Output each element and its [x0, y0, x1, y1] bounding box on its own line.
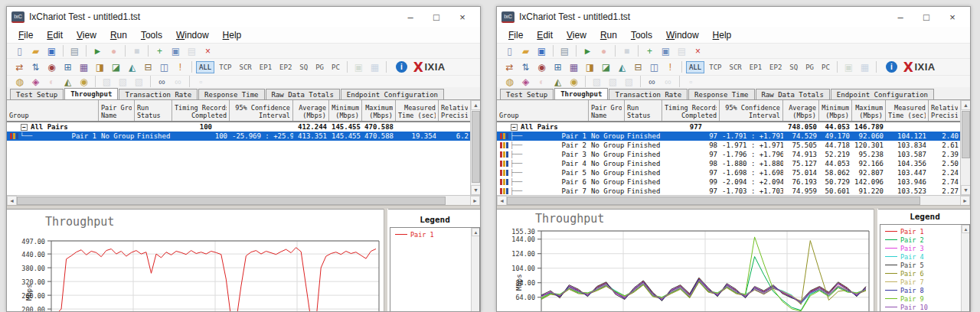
- scroll-up-arrow[interactable]: ▲: [962, 225, 970, 233]
- scroll-up-arrow[interactable]: ▲: [472, 228, 480, 236]
- scroll-down-arrow[interactable]: ▼: [471, 185, 481, 195]
- scrollbar-thumb[interactable]: [962, 111, 970, 158]
- save-icon[interactable]: ▣: [534, 44, 549, 57]
- filter-tcp-button[interactable]: TCP: [216, 61, 234, 73]
- print-icon[interactable]: ▤: [67, 44, 82, 57]
- column-header[interactable]: MeasuredTime (sec): [886, 100, 929, 121]
- column-header[interactable]: MeasuredTime (sec): [396, 100, 439, 121]
- replicate-pair-icon[interactable]: ◫: [647, 60, 662, 73]
- wizard-icon[interactable]: ◭: [125, 60, 139, 73]
- chart-legend-splitter[interactable]: [874, 209, 878, 312]
- print-icon[interactable]: ▤: [557, 44, 572, 57]
- group-wizard-icon[interactable]: ◭: [550, 75, 565, 88]
- all-pairs-summary-row[interactable]: −All Pairs100412.244145.455470.588: [7, 122, 480, 132]
- table-horizontal-scrollbar[interactable]: ◄►: [497, 195, 970, 205]
- new-pair-icon[interactable]: ⇄: [12, 60, 27, 73]
- pair-row[interactable]: └──Pair 1No GroupFinished100-25.969 : +2…: [7, 132, 480, 141]
- column-header[interactable]: RelativePrecision: [439, 100, 471, 121]
- legend-scrollbar[interactable]: ▲: [471, 228, 479, 312]
- paste-group-icon[interactable]: ◍: [502, 75, 517, 88]
- legend-entry[interactable]: Pair 8: [882, 286, 959, 294]
- tab-raw-data-totals[interactable]: Raw Data Totals: [266, 89, 340, 99]
- legend-entry[interactable]: Pair 2: [882, 236, 959, 244]
- legend-entry[interactable]: Pair 7: [882, 278, 959, 286]
- menu-help[interactable]: Help: [216, 28, 249, 42]
- new-vpn-pair-icon[interactable]: ⇅: [518, 60, 533, 73]
- column-header[interactable]: 95% ConfidenceInterval: [720, 100, 783, 121]
- info-icon[interactable]: i: [396, 61, 407, 73]
- menu-tools[interactable]: Tools: [624, 28, 659, 42]
- filter-pc-button[interactable]: PC: [818, 61, 833, 73]
- tab-endpoint-configuration[interactable]: Endpoint Configuration: [831, 89, 934, 99]
- copy-icon[interactable]: ▣: [168, 44, 183, 57]
- table-horizontal-scrollbar[interactable]: ◄►: [7, 195, 480, 205]
- column-header[interactable]: RunStatus: [135, 100, 172, 121]
- table-vertical-scrollbar[interactable]: ▲▼: [960, 100, 970, 195]
- priority-icon[interactable]: !: [663, 60, 678, 73]
- wizard-icon[interactable]: ◭: [615, 60, 629, 73]
- tab-transaction-rate[interactable]: Transaction Rate: [609, 89, 688, 99]
- paste-group-icon[interactable]: ◍: [12, 75, 27, 88]
- legend-entry[interactable]: Pair 10: [882, 303, 959, 311]
- info-icon[interactable]: i: [886, 61, 897, 73]
- legend-scrollbar[interactable]: ▲: [961, 225, 969, 312]
- priority-icon[interactable]: !: [173, 60, 188, 73]
- new-video-pair-icon[interactable]: ▦: [567, 60, 581, 73]
- filter-pg-button[interactable]: PG: [312, 61, 327, 73]
- collapse-icon[interactable]: −: [511, 124, 518, 131]
- tab-transaction-rate[interactable]: Transaction Rate: [119, 89, 198, 99]
- tab-response-time[interactable]: Response Time: [688, 89, 754, 99]
- video-camera-icon[interactable]: ◨: [93, 60, 107, 73]
- pair-row[interactable]: ├──Pair 1No GroupFinished97-1.791 : +1.7…: [497, 132, 970, 141]
- menu-view[interactable]: View: [70, 28, 103, 42]
- video-camera-icon[interactable]: ◨: [583, 60, 597, 73]
- new-pair-icon[interactable]: ⇄: [502, 60, 517, 73]
- menu-help[interactable]: Help: [706, 28, 739, 42]
- column-header[interactable]: RunStatus: [625, 100, 662, 121]
- edit-pair-icon[interactable]: ◪: [599, 60, 613, 73]
- new-hardware-pair-icon[interactable]: ⊞: [60, 60, 75, 73]
- scrollbar-thumb[interactable]: [472, 111, 480, 183]
- link-endpoints-icon[interactable]: ∞: [155, 75, 169, 88]
- save-icon[interactable]: ▣: [44, 44, 59, 57]
- column-header[interactable]: Group: [497, 100, 589, 121]
- table-vertical-scrollbar[interactable]: ▲▼: [470, 100, 480, 195]
- pair-row[interactable]: ├──Pair 4No GroupFinished98-1.880 : +1.8…: [497, 159, 970, 168]
- pair-row[interactable]: ├──Pair 6No GroupFinished99-2.094 : +2.0…: [497, 177, 970, 187]
- new-vpn-pair-icon[interactable]: ⇅: [28, 60, 43, 73]
- legend-entry[interactable]: Pair 1: [392, 230, 469, 239]
- maximize-button[interactable]: □: [423, 11, 449, 23]
- scroll-up-arrow[interactable]: ▲: [961, 100, 971, 110]
- open-test-icon[interactable]: ▰: [28, 44, 43, 57]
- column-header[interactable]: Group: [7, 100, 99, 121]
- column-header[interactable]: Maximum(Mbps): [852, 100, 886, 121]
- link-endpoints-icon[interactable]: ∞: [645, 75, 659, 88]
- filter-all-button[interactable]: ALL: [686, 61, 704, 73]
- minimize-button[interactable]: –: [887, 11, 913, 23]
- close-button[interactable]: ×: [449, 11, 475, 23]
- column-header[interactable]: Pair GroupName: [589, 100, 625, 121]
- maximize-button[interactable]: □: [913, 11, 939, 23]
- run-test-icon[interactable]: ►: [90, 44, 105, 57]
- run-test-icon[interactable]: ►: [580, 44, 595, 57]
- edit-pair-icon[interactable]: ◪: [109, 60, 123, 73]
- filter-tcp-button[interactable]: TCP: [706, 61, 724, 73]
- new-multicast-group-icon[interactable]: ◉: [44, 60, 59, 73]
- filter-sq-button[interactable]: SQ: [786, 61, 801, 73]
- menu-run[interactable]: Run: [593, 28, 624, 42]
- new-test-icon[interactable]: ▯: [502, 44, 517, 57]
- filter-ep1-button[interactable]: EP1: [256, 61, 275, 73]
- column-header[interactable]: Minimum(Mbps): [819, 100, 852, 121]
- scrollbar-thumb[interactable]: [507, 197, 920, 205]
- menu-view[interactable]: View: [560, 28, 593, 42]
- cut-icon[interactable]: +: [152, 44, 167, 57]
- pair-row[interactable]: ├──Pair 5No GroupFinished97-1.698 : +1.6…: [497, 168, 970, 177]
- legend-entry[interactable]: Pair 4: [882, 252, 959, 261]
- tab-test-setup[interactable]: Test Setup: [500, 89, 554, 99]
- new-test-icon[interactable]: ▯: [12, 44, 27, 57]
- open-test-icon[interactable]: ▰: [518, 44, 533, 57]
- menu-run[interactable]: Run: [103, 28, 134, 42]
- tab-response-time[interactable]: Response Time: [198, 89, 264, 99]
- filter-pg-button[interactable]: PG: [802, 61, 817, 73]
- filter-ep2-button[interactable]: EP2: [766, 61, 785, 73]
